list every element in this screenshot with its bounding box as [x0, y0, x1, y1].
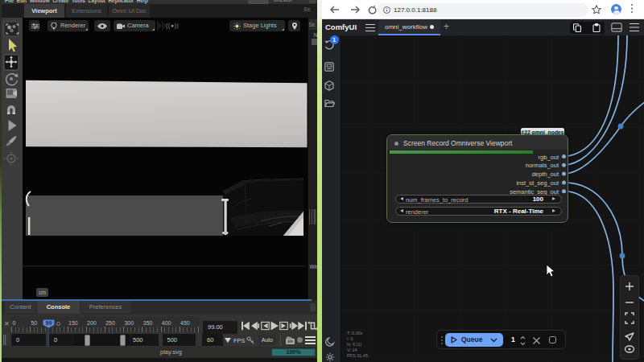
svg-text:99: 99 — [46, 320, 52, 326]
